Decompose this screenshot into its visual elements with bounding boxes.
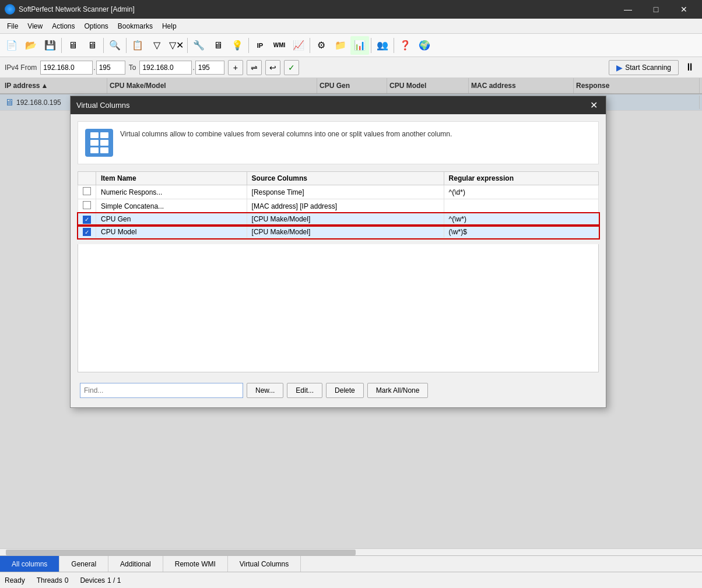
source-cols-3: [CPU Make/Model] <box>247 226 444 238</box>
find-input[interactable] <box>80 383 243 398</box>
checkbox-1[interactable] <box>83 201 91 209</box>
from-label: IPv4 From <box>5 64 37 72</box>
start-scanning-button[interactable]: ▶ Start Scanning <box>609 60 679 75</box>
shuffle-button[interactable]: ⇌ <box>247 60 262 75</box>
devices-label: Devices <box>80 576 105 585</box>
title-bar: SoftPerfect Network Scanner [Admin] — □ … <box>0 0 702 19</box>
to-ip-prefix[interactable] <box>139 61 192 75</box>
info-text: Virtual columns allow to combine values … <box>120 129 452 140</box>
save-button[interactable]: 💾 <box>41 36 59 55</box>
filter2-button[interactable]: ▽✕ <box>167 36 185 55</box>
folder-button[interactable]: 📁 <box>331 36 350 55</box>
chart-button[interactable]: 📈 <box>289 36 308 55</box>
help-button[interactable]: ❓ <box>396 36 415 55</box>
from-ip-group: . <box>40 61 125 75</box>
separator3 <box>126 38 127 53</box>
mark-all-button[interactable]: Mark All/None <box>367 383 429 398</box>
check-cell-1 <box>78 199 96 213</box>
users-button[interactable]: 👥 <box>373 36 392 55</box>
from-ip-suffix[interactable] <box>96 61 125 75</box>
new-button[interactable]: New... <box>247 383 283 398</box>
modal-footer: New... Edit... Delete Mark All/None <box>78 378 599 400</box>
menu-options[interactable]: Options <box>80 21 113 31</box>
separator8 <box>394 38 394 53</box>
source-cols-1: [MAC address] [IP address] <box>247 199 444 213</box>
table-row[interactable]: ✓ CPU Model [CPU Make/Model] (\w*)$ <box>78 226 599 238</box>
check-cell-0 <box>78 185 96 199</box>
regex-3: (\w*)$ <box>444 226 598 238</box>
light-button[interactable]: 💡 <box>228 36 247 55</box>
threads-value: 0 <box>65 576 69 585</box>
separator4 <box>187 38 188 53</box>
find-button[interactable]: 🔍 <box>106 36 124 55</box>
menu-file[interactable]: File <box>2 21 23 31</box>
from-ip-prefix[interactable] <box>40 61 93 75</box>
menu-bookmarks[interactable]: Bookmarks <box>113 21 157 31</box>
item-name-1: Simple Concatena... <box>96 199 247 213</box>
wmi-button[interactable]: WMI <box>270 36 289 55</box>
horizontal-scrollbar[interactable] <box>0 548 702 555</box>
window-title: SoftPerfect Network Scanner [Admin] <box>19 5 135 13</box>
to-label: To <box>129 64 136 72</box>
scrollbar-thumb[interactable] <box>6 550 356 555</box>
to-ip-suffix[interactable] <box>195 61 224 75</box>
settings-button[interactable]: ⚙ <box>312 36 331 55</box>
tab-remote-wmi[interactable]: Remote WMI <box>163 556 228 572</box>
check-button[interactable]: ✓ <box>284 60 299 75</box>
add-range-button[interactable]: + <box>228 60 243 75</box>
export2-button[interactable]: 🖥 <box>83 36 101 55</box>
menu-view[interactable]: View <box>23 21 47 31</box>
regex-2: ^(\w*) <box>444 213 598 226</box>
th-item-name: Item Name <box>96 172 247 185</box>
tab-virtual-columns[interactable]: Virtual Columns <box>228 556 301 572</box>
status-bar: Ready Threads 0 Devices 1 / 1 <box>0 572 702 588</box>
th-source-cols: Source Columns <box>247 172 444 185</box>
close-button[interactable]: ✕ <box>671 0 697 19</box>
tab-all-columns[interactable]: All columns <box>0 556 59 572</box>
globe-button[interactable]: 🌍 <box>415 36 434 55</box>
graph-button[interactable]: 📊 <box>350 36 369 55</box>
delete-button[interactable]: Delete <box>326 383 364 398</box>
checkbox-2[interactable]: ✓ <box>83 216 91 224</box>
separator6 <box>310 38 310 53</box>
pause-button[interactable]: ⏸ <box>682 61 697 73</box>
monitor-button[interactable]: 🖥 <box>209 36 227 55</box>
back-button[interactable]: ↩ <box>265 60 280 75</box>
th-check <box>78 172 96 185</box>
edit-button[interactable]: Edit... <box>287 383 322 398</box>
info-icon <box>85 129 113 157</box>
item-name-2: CPU Gen <box>96 213 247 226</box>
open-button[interactable]: 📂 <box>22 36 40 55</box>
start-scan-label: Start Scanning <box>625 64 671 72</box>
app-icon <box>5 4 15 15</box>
table-row[interactable]: Numeric Respons... [Response Time] ^(\d*… <box>78 185 599 199</box>
tab-general[interactable]: General <box>59 556 108 572</box>
tools-button[interactable]: 🔧 <box>189 36 208 55</box>
bottom-tabs: All columns General Additional Remote WM… <box>0 555 702 572</box>
table-row[interactable]: ✓ CPU Gen [CPU Make/Model] ^(\w*) <box>78 213 599 226</box>
new-button[interactable]: 📄 <box>2 36 21 55</box>
modal-close-button[interactable]: ✕ <box>588 100 600 111</box>
source-cols-0: [Response Time] <box>247 185 444 199</box>
check-cell-3: ✓ <box>78 226 96 238</box>
menu-actions[interactable]: Actions <box>47 21 79 31</box>
status-devices: Devices 1 / 1 <box>80 576 121 585</box>
devices-value: 1 / 1 <box>107 576 121 585</box>
window-controls: — □ ✕ <box>615 0 697 19</box>
minimize-button[interactable]: — <box>615 0 641 19</box>
tab-additional[interactable]: Additional <box>108 556 163 572</box>
check-cell-2: ✓ <box>78 213 96 226</box>
status-text: Ready <box>5 576 25 585</box>
ip-button[interactable]: IP <box>251 36 269 55</box>
th-regex: Regular expression <box>444 172 598 185</box>
checkbox-3[interactable]: ✓ <box>83 228 91 236</box>
item-name-0: Numeric Respons... <box>96 185 247 199</box>
clipboard-button[interactable]: 📋 <box>128 36 147 55</box>
export1-button[interactable]: 🖥 <box>64 36 82 55</box>
checkbox-0[interactable] <box>83 187 91 195</box>
maximize-button[interactable]: □ <box>643 0 669 19</box>
menu-help[interactable]: Help <box>157 21 181 31</box>
table-row[interactable]: Simple Concatena... [MAC address] [IP ad… <box>78 199 599 213</box>
toolbar: 📄 📂 💾 🖥 🖥 🔍 📋 ▽ ▽✕ 🔧 🖥 💡 IP WMI 📈 ⚙ 📁 📊 … <box>0 34 702 57</box>
filter1-button[interactable]: ▽ <box>148 36 166 55</box>
